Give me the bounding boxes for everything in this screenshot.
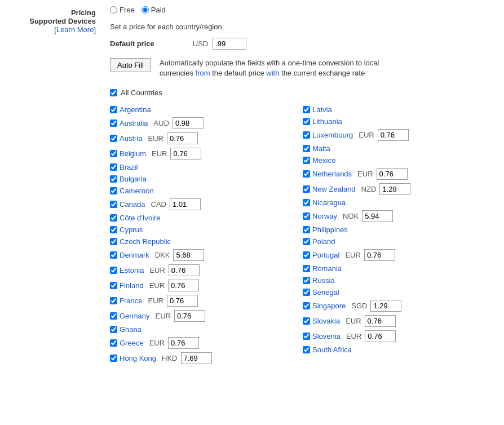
country-checkbox[interactable] [303,226,310,233]
country-link[interactable]: Netherlands [312,170,352,178]
country-link[interactable]: South Africa [312,346,352,354]
country-link[interactable]: Greece [120,339,144,347]
country-link[interactable]: Singapore [312,302,346,310]
country-checkbox[interactable] [110,150,117,157]
country-link[interactable]: Denmark [120,251,149,259]
country-link[interactable]: Philippines [312,225,348,234]
country-link[interactable]: Nicaragua [312,198,346,207]
country-price-input[interactable] [173,249,204,261]
country-link[interactable]: Austria [120,134,142,143]
country-checkbox[interactable] [110,282,117,289]
country-link[interactable]: Argentina [120,105,151,114]
country-price-input[interactable] [170,198,201,210]
country-checkbox[interactable] [303,213,310,220]
country-price-input[interactable] [167,132,198,144]
country-checkbox[interactable] [110,267,117,274]
country-link[interactable]: New Zealand [312,185,356,193]
country-checkbox[interactable] [110,163,117,171]
country-checkbox[interactable] [303,118,310,125]
country-price-input[interactable] [365,330,396,342]
country-price-input[interactable] [170,148,201,160]
country-checkbox[interactable] [110,238,117,245]
country-checkbox[interactable] [110,119,117,127]
country-price-input[interactable] [364,249,395,261]
country-link[interactable]: Finland [120,281,144,290]
country-link[interactable]: Cyprus [120,225,143,234]
country-link[interactable]: Brazil [120,163,138,171]
country-checkbox[interactable] [303,145,310,152]
country-checkbox[interactable] [110,201,117,208]
sidebar-learn-more[interactable]: [Learn More] [54,25,96,34]
country-link[interactable]: Slovenia [312,332,341,340]
country-link[interactable]: Estonia [120,266,144,275]
country-checkbox[interactable] [303,199,310,206]
country-price-input[interactable] [168,280,199,291]
free-radio[interactable] [110,6,117,14]
country-link[interactable]: Russia [312,276,335,285]
country-link[interactable]: Ghana [120,325,142,334]
country-checkbox[interactable] [110,326,117,333]
country-link[interactable]: Romania [312,264,342,273]
country-link[interactable]: Mexico [312,156,335,165]
country-price-input[interactable] [370,300,401,312]
default-price-input[interactable] [213,38,246,50]
country-price-input[interactable] [169,264,200,276]
country-price-input[interactable] [168,337,199,349]
country-link[interactable]: Luxembourg [312,131,353,139]
country-price-input[interactable] [377,168,408,180]
all-countries-checkbox[interactable] [110,89,117,96]
country-checkbox[interactable] [303,106,310,113]
country-checkbox[interactable] [110,312,117,320]
country-price-input[interactable] [379,183,410,195]
country-checkbox[interactable] [303,157,310,164]
country-link[interactable]: Senegal [312,288,339,296]
country-link[interactable]: Czech Republic [120,237,171,246]
country-link[interactable]: Portugal [312,251,339,259]
country-checkbox[interactable] [303,238,310,245]
country-checkbox[interactable] [303,317,310,325]
country-checkbox[interactable] [303,131,310,139]
country-link[interactable]: Poland [312,237,335,246]
country-checkbox[interactable] [303,302,310,309]
country-checkbox[interactable] [303,277,310,284]
country-link[interactable]: Latvia [312,105,332,114]
country-checkbox[interactable] [110,187,117,194]
country-link[interactable]: Canada [120,200,145,209]
country-link[interactable]: Australia [120,119,148,127]
country-link[interactable]: Lithuania [312,117,342,126]
country-checkbox[interactable] [110,355,117,362]
country-price-input[interactable] [174,310,205,322]
country-checkbox[interactable] [303,251,310,259]
country-price-input[interactable] [365,315,396,327]
country-link[interactable]: France [120,296,142,305]
country-checkbox[interactable] [303,185,310,193]
paid-radio[interactable] [142,6,149,14]
country-checkbox[interactable] [110,297,117,304]
country-checkbox[interactable] [110,175,117,183]
autofill-button[interactable]: Auto Fill [110,58,151,72]
country-checkbox[interactable] [303,170,310,178]
country-price-input[interactable] [167,295,198,307]
paid-radio-label[interactable]: Paid [142,6,166,14]
country-link[interactable]: Slovakia [312,317,340,325]
country-link[interactable]: Bulgaria [120,175,147,183]
country-checkbox[interactable] [110,226,117,233]
country-price-input[interactable] [378,129,409,141]
free-radio-label[interactable]: Free [110,6,135,14]
country-link[interactable]: Belgium [120,149,146,158]
country-link[interactable]: Malta [312,144,330,153]
country-link[interactable]: Cameroon [120,187,154,195]
country-link[interactable]: Hong Kong [120,354,156,362]
country-checkbox[interactable] [110,135,117,142]
country-checkbox[interactable] [303,333,310,340]
country-price-input[interactable] [362,210,393,222]
country-link[interactable]: Norway [312,212,337,220]
country-link[interactable]: Côte d'Ivoire [120,214,161,222]
country-price-input[interactable] [173,117,204,129]
country-checkbox[interactable] [303,346,310,353]
country-link[interactable]: Germany [120,312,149,320]
country-checkbox[interactable] [110,214,117,222]
country-checkbox[interactable] [303,265,310,272]
country-checkbox[interactable] [110,106,117,113]
country-checkbox[interactable] [110,339,117,347]
